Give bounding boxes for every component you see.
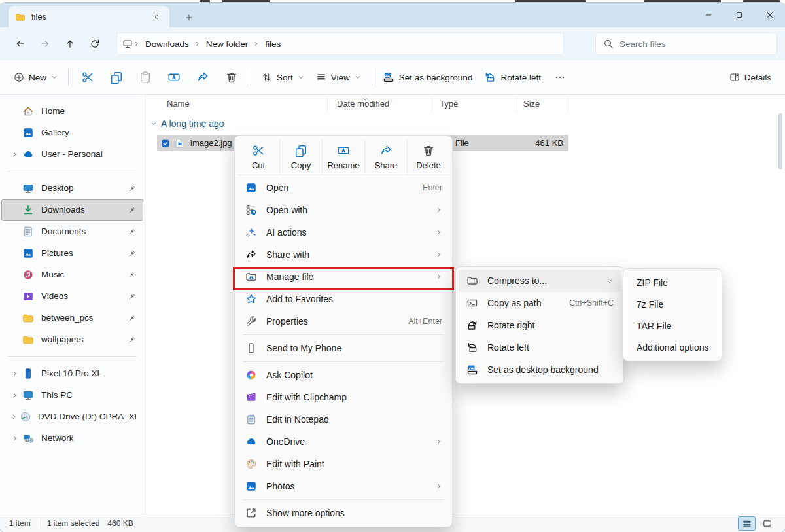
column-header-size[interactable]: Size (523, 99, 540, 109)
expander-chevron-icon[interactable] (9, 370, 22, 377)
menu-item-compress-to[interactable]: Compress to... (459, 270, 621, 292)
menu-item-send-to-my-phone[interactable]: Send to My Phone (237, 337, 449, 359)
back-button[interactable] (8, 32, 33, 56)
view-button[interactable]: View (310, 67, 367, 87)
menu-item-7z-file[interactable]: 7z File (626, 293, 719, 315)
quick-action-cut[interactable]: Cut (237, 139, 280, 175)
breadcrumb[interactable]: DownloadsNew folderfiles (116, 33, 564, 55)
sidebar-item-pixel-10-pro-xl[interactable]: Pixel 10 Pro XL (1, 363, 143, 384)
sidebar-item-network[interactable]: Network (1, 427, 143, 449)
sort-button[interactable]: Sort (256, 67, 310, 87)
pin-icon (128, 271, 136, 279)
sidebar-item-home[interactable]: Home (1, 100, 143, 122)
menu-item-label: Manage file (266, 272, 313, 282)
explorer-tab[interactable]: files (9, 6, 169, 27)
menu-item-properties[interactable]: PropertiesAlt+Enter (237, 310, 449, 332)
details-view-toggle[interactable] (738, 516, 756, 531)
expander-chevron-icon[interactable] (9, 151, 22, 158)
sidebar-item-pictures[interactable]: Pictures (1, 242, 143, 264)
maximize-button[interactable] (724, 3, 754, 27)
menu-item-rotate-right[interactable]: Rotate right (459, 314, 621, 336)
menu-item-edit-with-paint[interactable]: Edit with Paint (237, 453, 449, 475)
checkbox-checked-icon[interactable] (162, 139, 169, 147)
expander-chevron-icon[interactable] (9, 414, 20, 420)
menu-item-manage-file[interactable]: Manage file (237, 266, 449, 288)
menu-item-share-with[interactable]: Share with (237, 243, 449, 266)
sidebar-item-music[interactable]: Music (1, 264, 143, 285)
copy-button[interactable] (102, 66, 131, 88)
sidebar-item-label: This PC (41, 390, 73, 400)
quick-action-delete[interactable]: Delete (408, 139, 449, 175)
breadcrumb-segment-new-folder[interactable]: New folder (201, 37, 253, 52)
forward-button[interactable] (33, 32, 58, 56)
share-button[interactable] (188, 66, 217, 88)
sidebar-item-gallery[interactable]: Gallery (1, 122, 143, 143)
rotate-left-button[interactable]: Rotate left (478, 67, 547, 88)
chevron-down-icon (150, 120, 157, 127)
sidebar-item-label: User - Personal (41, 149, 103, 159)
sidebar-item-documents[interactable]: Documents (1, 221, 143, 242)
menu-item-set-as-desktop-background[interactable]: Set as desktop background (459, 359, 621, 381)
menu-item-label: Edit with Paint (266, 459, 324, 469)
cut-button[interactable] (73, 66, 102, 88)
menu-item-edit-with-clipchamp[interactable]: Edit with Clipchamp (237, 386, 449, 408)
sidebar-item-wallpapers[interactable]: wallpapers (1, 328, 143, 350)
column-header-date-modified[interactable]: Date modified (337, 99, 389, 109)
more-options-button[interactable] (547, 67, 573, 87)
delete-icon (422, 144, 435, 157)
quick-action-rename[interactable]: Rename (323, 139, 365, 175)
menu-item-open-with[interactable]: Open with (237, 199, 449, 221)
quick-action-share[interactable]: Share (365, 139, 408, 175)
breadcrumb-segment-downloads[interactable]: Downloads (141, 37, 194, 52)
menu-item-tar-file[interactable]: TAR File (626, 315, 719, 336)
tab-close-icon[interactable] (148, 10, 163, 24)
delete-button[interactable] (217, 66, 246, 88)
menu-item-copy-as-path[interactable]: Copy as pathCtrl+Shift+C (459, 292, 621, 314)
search-input[interactable] (619, 39, 750, 49)
sidebar-item-this-pc[interactable]: This PC (1, 384, 143, 406)
menu-item-label: Edit in Notepad (266, 414, 329, 425)
sidebar-item-dvd-drive-d-cpra-x64fre[interactable]: DVD Drive (D:) CPRA_X64FRE_ (1, 406, 143, 427)
set-as-background-button[interactable]: Set as background (377, 67, 479, 88)
rename-button[interactable] (160, 66, 188, 88)
sidebar-item-videos[interactable]: Videos (1, 285, 143, 307)
scrollbar-thumb[interactable] (778, 113, 782, 169)
menu-item-open[interactable]: OpenEnter (237, 177, 449, 199)
expander-chevron-icon[interactable] (9, 435, 22, 442)
details-button[interactable]: Details (724, 67, 777, 87)
icons-view-toggle[interactable] (758, 516, 776, 531)
expander-chevron-icon[interactable] (9, 392, 22, 399)
close-button[interactable] (754, 3, 785, 27)
quick-action-label: Delete (416, 160, 441, 170)
vertical-scrollbar[interactable] (777, 96, 784, 512)
search-icon (603, 39, 614, 49)
sidebar-item-between-pcs[interactable]: between_pcs (1, 307, 143, 328)
menu-item-additional-options[interactable]: Additional options (626, 336, 719, 358)
new-button[interactable]: New (8, 67, 63, 87)
quick-action-copy[interactable]: Copy (280, 139, 323, 175)
search-box[interactable] (595, 33, 777, 55)
paste-button[interactable] (131, 66, 160, 88)
menu-item-zip-file[interactable]: ZIP File (626, 272, 719, 293)
breadcrumb-segment-files[interactable]: files (260, 37, 285, 52)
refresh-button[interactable] (82, 32, 107, 56)
group-header[interactable]: A long time ago (150, 118, 224, 129)
menu-item-onedrive[interactable]: OneDrive (237, 431, 449, 453)
column-header-name[interactable]: Name (167, 99, 190, 109)
sidebar-item-user-personal[interactable]: User - Personal (1, 143, 143, 165)
menu-item-ai-actions[interactable]: AI actions (237, 221, 449, 243)
minimize-button[interactable] (693, 3, 724, 27)
menu-item-ask-copilot[interactable]: Ask Copilot (237, 364, 449, 386)
menu-item-photos[interactable]: Photos (237, 475, 449, 497)
view-icon (316, 72, 326, 82)
menu-item-rotate-left[interactable]: Rotate left (459, 336, 621, 359)
column-header-type[interactable]: Type (440, 99, 458, 109)
menu-item-edit-in-notepad[interactable]: Edit in Notepad (237, 408, 449, 431)
new-tab-button[interactable] (181, 9, 198, 26)
up-button[interactable] (58, 32, 82, 56)
sidebar-item-desktop[interactable]: Desktop (1, 177, 143, 199)
menu-item-show-more-options[interactable]: Show more options (237, 502, 449, 524)
menu-item-add-to-favorites[interactable]: Add to Favorites (237, 288, 449, 310)
this-pc-icon (122, 39, 133, 49)
sidebar-item-downloads[interactable]: Downloads (1, 199, 143, 221)
